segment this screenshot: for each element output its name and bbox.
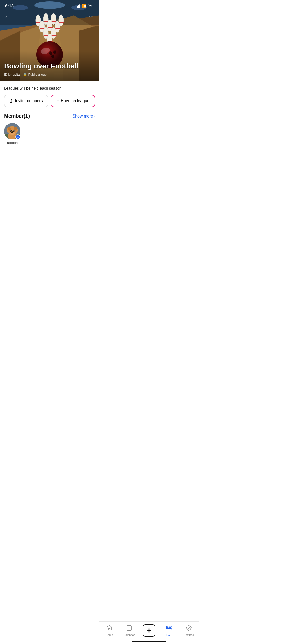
group-id: ID:kmgvjta xyxy=(4,72,20,76)
member-list: ★ Robert xyxy=(4,123,95,149)
member-avatar-wrap: ★ xyxy=(4,123,20,139)
members-section-header: Member(1) Show more › xyxy=(4,113,95,119)
admin-badge: ★ xyxy=(15,134,20,139)
signal-icon xyxy=(76,4,80,8)
main-content: Leagues will be held each season. ↥ Invi… xyxy=(0,81,99,149)
hero-image: ‹ ··· Bowling over Football ID:kmgvjta 🔒… xyxy=(0,0,99,81)
hero-info: Bowling over Football ID:kmgvjta 🔒 Publi… xyxy=(4,62,95,76)
svg-point-49 xyxy=(11,130,11,131)
chevron-right-icon: › xyxy=(94,114,95,118)
list-item[interactable]: ★ Robert xyxy=(4,123,20,145)
show-more-button[interactable]: Show more › xyxy=(72,114,95,119)
svg-rect-22 xyxy=(48,27,53,28)
group-description: Leagues will be held each season. xyxy=(4,85,95,91)
plus-icon: + xyxy=(57,98,59,104)
member-name: Robert xyxy=(7,141,18,145)
more-options-button[interactable]: ··· xyxy=(88,14,94,20)
svg-rect-23 xyxy=(55,28,60,29)
status-time: 6:13 xyxy=(5,4,14,9)
members-section-title: Member(1) xyxy=(4,113,30,119)
group-meta: ID:kmgvjta 🔒 Public group xyxy=(4,72,95,76)
svg-point-50 xyxy=(14,130,15,131)
invite-members-button[interactable]: ↥ Invite members xyxy=(4,95,48,107)
status-icons: 📶 29 xyxy=(76,4,94,8)
svg-rect-16 xyxy=(51,21,57,22)
share-icon: ↥ xyxy=(9,98,13,104)
wifi-icon: 📶 xyxy=(82,4,87,8)
svg-rect-27 xyxy=(51,35,57,36)
status-bar: 6:13 📶 29 xyxy=(0,0,99,10)
hero-navigation: ‹ ··· xyxy=(0,13,99,21)
group-type: 🔒 Public group xyxy=(23,72,46,76)
back-button[interactable]: ‹ xyxy=(5,13,7,21)
action-buttons: ↥ Invite members + Have an league xyxy=(4,95,95,107)
svg-rect-17 xyxy=(59,22,64,23)
battery-indicator: 29 xyxy=(88,4,94,8)
group-title: Bowling over Football xyxy=(4,62,95,70)
have-league-button[interactable]: + Have an league xyxy=(51,95,95,107)
